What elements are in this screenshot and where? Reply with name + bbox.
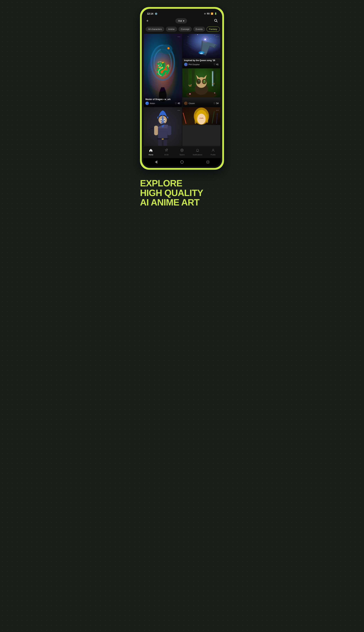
svg-text:🦋: 🦋 <box>188 83 192 87</box>
ai-art-label: AI Art <box>164 154 168 156</box>
tavern-icon <box>180 148 184 153</box>
card-warrior-menu[interactable]: ··· <box>178 109 180 112</box>
heart-icon: ♡ <box>214 102 216 105</box>
svg-point-9 <box>168 48 169 49</box>
add-button[interactable]: + <box>146 19 148 23</box>
phone-shell: 12:14 ⚙️ ⊖ 5G 📶 🔋 + <box>140 7 224 170</box>
minus-circle-icon: ⊖ <box>204 13 206 15</box>
explore-line2: HIGH QUALITY <box>140 188 224 198</box>
card-dragon-footer: Arken ♡ 40 <box>146 102 180 105</box>
status-right: ⊖ 5G 📶 🔋 <box>204 13 217 15</box>
svg-point-54 <box>161 120 162 121</box>
svg-point-45 <box>189 93 191 95</box>
time-label: 12:14 <box>147 12 153 15</box>
svg-point-17 <box>211 38 211 39</box>
category-tabs: All characters Anime Concept Events Fant… <box>143 25 221 34</box>
recents-button[interactable] <box>206 160 210 164</box>
page-wrapper: 12:14 ⚙️ ⊖ 5G 📶 🔋 + <box>136 7 228 212</box>
card-warrior[interactable]: ··· <box>144 107 182 146</box>
card-spaceship-menu[interactable]: ··· <box>216 35 219 38</box>
card-spaceship-overlay: Inspired by the Queen song '39 Phil Osop… <box>182 54 220 68</box>
svg-point-46 <box>214 92 215 94</box>
svg-rect-61 <box>168 126 171 135</box>
nav-tavern[interactable]: Tavern <box>177 148 187 156</box>
home-label: Home <box>148 154 153 156</box>
tab-fantasy[interactable]: Fantasy <box>206 27 220 32</box>
bottom-nav: Home AI Art <box>143 146 221 158</box>
card-spaceship-title: Inspired by the Queen song '39 <box>184 59 219 62</box>
explore-line1: EXPLORE <box>140 178 224 188</box>
phone-container: 12:14 ⚙️ ⊖ 5G 📶 🔋 + <box>140 7 224 170</box>
tavern-label: Tavern <box>180 154 184 156</box>
spaceship-likes-count: 41 <box>216 63 218 66</box>
card-cat-author: Choom <box>184 102 195 105</box>
tab-anime[interactable]: Anime <box>166 27 177 32</box>
svg-rect-65 <box>162 139 164 140</box>
svg-point-15 <box>188 37 188 37</box>
profile-icon <box>211 148 215 153</box>
card-anime-bottom[interactable]: ··· <box>182 107 220 146</box>
svg-point-78 <box>212 149 214 150</box>
nav-profile[interactable]: Profile <box>208 148 218 156</box>
svg-point-25 <box>204 39 206 40</box>
nav-notifications[interactable]: Notifications <box>192 148 203 156</box>
search-button[interactable] <box>214 19 218 23</box>
status-bar: 12:14 ⚙️ ⊖ 5G 📶 🔋 <box>143 10 221 17</box>
card-dragon-likes: ♡ 40 <box>175 102 180 105</box>
svg-point-12 <box>147 53 174 92</box>
arken-avatar <box>146 102 149 105</box>
dragon-likes-count: 40 <box>178 102 180 105</box>
explore-section: EXPLORE HIGH QUALITY AI ANIME ART <box>136 170 228 212</box>
svg-rect-50 <box>157 128 168 131</box>
choom-name: Choom <box>189 102 195 104</box>
card-spaceship[interactable]: ··· Inspired by the Queen song '39 Phil … <box>182 34 220 68</box>
svg-point-56 <box>161 120 162 120</box>
sort-label: Hot <box>178 20 182 22</box>
sort-button[interactable]: Hot ▾ <box>175 18 187 24</box>
philosopher-avatar <box>184 63 188 66</box>
svg-point-39 <box>198 80 200 82</box>
top-nav: + Hot ▾ <box>143 17 221 25</box>
back-button[interactable] <box>154 160 158 164</box>
svg-line-1 <box>216 21 217 22</box>
status-time: 12:14 ⚙️ <box>147 12 158 15</box>
nav-home[interactable]: Home <box>146 148 156 156</box>
svg-rect-70 <box>194 114 196 124</box>
card-dragon[interactable]: ··· Master of Dragon • w_ark Arken <box>144 34 182 107</box>
card-spaceship-likes: ♡ 41 <box>214 63 218 66</box>
tab-all-characters[interactable]: All characters <box>146 27 164 32</box>
svg-point-55 <box>164 120 165 121</box>
card-dragon-menu[interactable]: ··· <box>178 35 180 38</box>
nav-ai-art[interactable]: AI Art <box>161 148 172 156</box>
svg-point-42 <box>204 81 205 81</box>
gear-icon: ⚙️ <box>155 13 158 15</box>
card-cat[interactable]: 🦋 🦋 <box>182 69 220 107</box>
card-cat-likes: ♡ 54 <box>214 102 218 105</box>
svg-rect-27 <box>184 69 188 90</box>
svg-rect-28 <box>192 69 194 88</box>
svg-point-40 <box>203 80 205 82</box>
notifications-icon <box>196 148 200 153</box>
svg-rect-60 <box>154 126 158 135</box>
heart-icon: ♡ <box>214 63 216 66</box>
explore-text: EXPLORE HIGH QUALITY AI ANIME ART <box>140 178 224 207</box>
android-nav <box>143 158 221 167</box>
explore-line3: AI ANIME ART <box>140 198 224 207</box>
content-grid: ··· Master of Dragon • w_ark Arken <box>143 34 221 146</box>
signal-icon: 📶 <box>211 13 213 15</box>
home-button[interactable] <box>180 160 184 164</box>
card-cat-footer: Choom ♡ 54 <box>184 102 219 105</box>
card-dragon-overlay: Master of Dragon • w_ark Arken ♡ 40 <box>144 93 182 107</box>
chevron-down-icon: ▾ <box>183 20 184 22</box>
cat-likes-count: 54 <box>216 102 218 105</box>
card-anime-menu[interactable]: ··· <box>216 109 219 112</box>
tab-events[interactable]: Events <box>193 27 205 32</box>
home-icon <box>149 148 153 153</box>
svg-point-41 <box>198 81 199 81</box>
tab-concept[interactable]: Concept <box>178 27 192 32</box>
card-cat-overlay: Choom ♡ 54 <box>182 96 220 107</box>
card-dragon-author: Arken <box>146 102 155 105</box>
svg-rect-71 <box>206 114 208 123</box>
svg-point-57 <box>164 120 164 120</box>
philosopher-name: Phil Osopher <box>189 63 200 66</box>
